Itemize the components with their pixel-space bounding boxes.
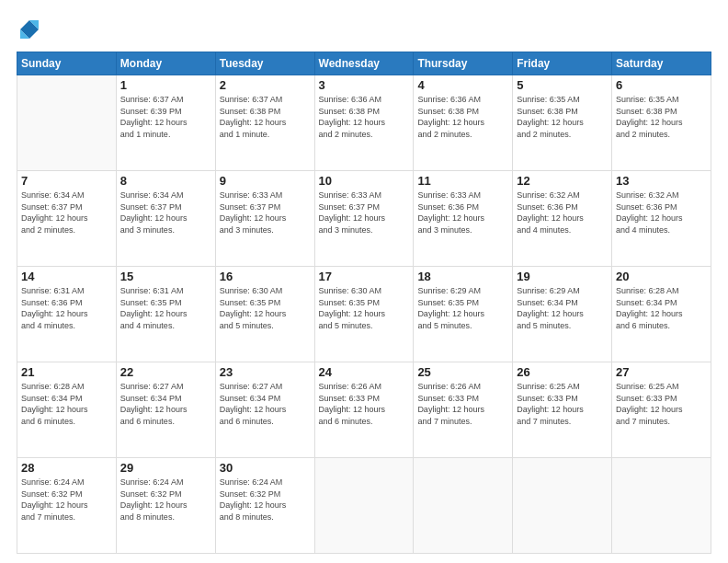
day-number: 28	[21, 461, 112, 475]
calendar-cell: 7Sunrise: 6:34 AM Sunset: 6:37 PM Daylig…	[17, 171, 117, 267]
calendar-cell: 18Sunrise: 6:29 AM Sunset: 6:35 PM Dayli…	[414, 267, 513, 362]
day-number: 23	[220, 365, 311, 379]
day-info: Sunrise: 6:26 AM Sunset: 6:33 PM Dayligh…	[319, 381, 410, 427]
day-info: Sunrise: 6:36 AM Sunset: 6:38 PM Dayligh…	[417, 94, 508, 140]
calendar-cell: 11Sunrise: 6:33 AM Sunset: 6:36 PM Dayli…	[414, 171, 513, 267]
calendar-week-row: 21Sunrise: 6:28 AM Sunset: 6:34 PM Dayli…	[17, 362, 711, 458]
day-number: 18	[417, 270, 508, 283]
day-number: 6	[616, 78, 707, 92]
day-info: Sunrise: 6:33 AM Sunset: 6:36 PM Dayligh…	[417, 190, 508, 236]
calendar-cell	[17, 75, 117, 171]
day-info: Sunrise: 6:27 AM Sunset: 6:34 PM Dayligh…	[120, 381, 211, 427]
calendar-cell: 12Sunrise: 6:32 AM Sunset: 6:36 PM Dayli…	[513, 171, 612, 267]
calendar-cell: 23Sunrise: 6:27 AM Sunset: 6:34 PM Dayli…	[215, 362, 314, 458]
day-number: 29	[120, 461, 211, 475]
day-number: 27	[616, 365, 707, 379]
col-header-saturday: Saturday	[612, 52, 711, 75]
day-number: 10	[319, 174, 410, 188]
calendar-cell: 26Sunrise: 6:25 AM Sunset: 6:33 PM Dayli…	[513, 362, 612, 458]
day-info: Sunrise: 6:33 AM Sunset: 6:37 PM Dayligh…	[220, 190, 311, 236]
day-number: 24	[319, 365, 410, 379]
day-number: 14	[21, 270, 112, 283]
col-header-wednesday: Wednesday	[314, 52, 414, 75]
calendar-week-row: 14Sunrise: 6:31 AM Sunset: 6:36 PM Dayli…	[17, 267, 711, 362]
calendar-cell: 3Sunrise: 6:36 AM Sunset: 6:38 PM Daylig…	[314, 75, 414, 171]
day-number: 22	[120, 365, 211, 379]
calendar-cell: 21Sunrise: 6:28 AM Sunset: 6:34 PM Dayli…	[17, 362, 117, 458]
day-number: 16	[220, 270, 311, 283]
day-number: 9	[220, 174, 311, 188]
day-number: 5	[517, 78, 608, 92]
day-number: 12	[517, 174, 608, 188]
calendar-cell: 9Sunrise: 6:33 AM Sunset: 6:37 PM Daylig…	[215, 171, 314, 267]
calendar-cell: 8Sunrise: 6:34 AM Sunset: 6:37 PM Daylig…	[116, 171, 215, 267]
calendar-cell: 15Sunrise: 6:31 AM Sunset: 6:35 PM Dayli…	[116, 267, 215, 362]
day-info: Sunrise: 6:30 AM Sunset: 6:35 PM Dayligh…	[220, 285, 311, 331]
day-info: Sunrise: 6:25 AM Sunset: 6:33 PM Dayligh…	[616, 381, 707, 427]
day-info: Sunrise: 6:31 AM Sunset: 6:35 PM Dayligh…	[120, 285, 211, 331]
day-number: 1	[120, 78, 211, 92]
day-info: Sunrise: 6:25 AM Sunset: 6:33 PM Dayligh…	[517, 381, 608, 427]
day-info: Sunrise: 6:31 AM Sunset: 6:36 PM Dayligh…	[21, 285, 112, 331]
day-info: Sunrise: 6:30 AM Sunset: 6:35 PM Dayligh…	[319, 285, 410, 331]
day-number: 17	[319, 270, 410, 283]
calendar-cell: 16Sunrise: 6:30 AM Sunset: 6:35 PM Dayli…	[215, 267, 314, 362]
calendar-cell: 10Sunrise: 6:33 AM Sunset: 6:37 PM Dayli…	[314, 171, 414, 267]
day-number: 25	[417, 365, 508, 379]
calendar-cell: 24Sunrise: 6:26 AM Sunset: 6:33 PM Dayli…	[314, 362, 414, 458]
day-info: Sunrise: 6:32 AM Sunset: 6:36 PM Dayligh…	[517, 190, 608, 236]
calendar-table: SundayMondayTuesdayWednesdayThursdayFrid…	[17, 52, 711, 554]
calendar-cell	[612, 458, 711, 554]
calendar-header-row: SundayMondayTuesdayWednesdayThursdayFrid…	[17, 52, 711, 75]
col-header-tuesday: Tuesday	[215, 52, 314, 75]
day-number: 20	[616, 270, 707, 283]
day-info: Sunrise: 6:34 AM Sunset: 6:37 PM Dayligh…	[120, 190, 211, 236]
calendar-cell: 22Sunrise: 6:27 AM Sunset: 6:34 PM Dayli…	[116, 362, 215, 458]
calendar-cell: 1Sunrise: 6:37 AM Sunset: 6:39 PM Daylig…	[116, 75, 215, 171]
calendar-cell: 6Sunrise: 6:35 AM Sunset: 6:38 PM Daylig…	[612, 75, 711, 171]
day-info: Sunrise: 6:35 AM Sunset: 6:38 PM Dayligh…	[616, 94, 707, 140]
calendar-cell	[314, 458, 414, 554]
calendar-cell: 17Sunrise: 6:30 AM Sunset: 6:35 PM Dayli…	[314, 267, 414, 362]
day-info: Sunrise: 6:27 AM Sunset: 6:34 PM Dayligh…	[220, 381, 311, 427]
calendar-cell	[513, 458, 612, 554]
calendar-cell: 28Sunrise: 6:24 AM Sunset: 6:32 PM Dayli…	[17, 458, 117, 554]
calendar-week-row: 1Sunrise: 6:37 AM Sunset: 6:39 PM Daylig…	[17, 75, 711, 171]
day-number: 7	[21, 174, 112, 188]
logo-icon	[17, 17, 42, 42]
day-info: Sunrise: 6:24 AM Sunset: 6:32 PM Dayligh…	[220, 477, 311, 523]
day-info: Sunrise: 6:34 AM Sunset: 6:37 PM Dayligh…	[21, 190, 112, 236]
calendar-cell: 20Sunrise: 6:28 AM Sunset: 6:34 PM Dayli…	[612, 267, 711, 362]
day-info: Sunrise: 6:37 AM Sunset: 6:38 PM Dayligh…	[220, 94, 311, 140]
calendar-cell: 30Sunrise: 6:24 AM Sunset: 6:32 PM Dayli…	[215, 458, 314, 554]
col-header-thursday: Thursday	[414, 52, 513, 75]
day-info: Sunrise: 6:24 AM Sunset: 6:32 PM Dayligh…	[21, 477, 112, 523]
col-header-monday: Monday	[116, 52, 215, 75]
day-info: Sunrise: 6:35 AM Sunset: 6:38 PM Dayligh…	[517, 94, 608, 140]
logo	[17, 17, 46, 42]
calendar-cell: 5Sunrise: 6:35 AM Sunset: 6:38 PM Daylig…	[513, 75, 612, 171]
day-info: Sunrise: 6:37 AM Sunset: 6:39 PM Dayligh…	[120, 94, 211, 140]
day-info: Sunrise: 6:29 AM Sunset: 6:35 PM Dayligh…	[417, 285, 508, 331]
header	[17, 17, 711, 42]
calendar-cell: 4Sunrise: 6:36 AM Sunset: 6:38 PM Daylig…	[414, 75, 513, 171]
calendar-cell: 13Sunrise: 6:32 AM Sunset: 6:36 PM Dayli…	[612, 171, 711, 267]
day-number: 21	[21, 365, 112, 379]
day-info: Sunrise: 6:32 AM Sunset: 6:36 PM Dayligh…	[616, 190, 707, 236]
day-info: Sunrise: 6:26 AM Sunset: 6:33 PM Dayligh…	[417, 381, 508, 427]
calendar-week-row: 28Sunrise: 6:24 AM Sunset: 6:32 PM Dayli…	[17, 458, 711, 554]
calendar-cell	[414, 458, 513, 554]
calendar-cell: 29Sunrise: 6:24 AM Sunset: 6:32 PM Dayli…	[116, 458, 215, 554]
calendar-cell: 2Sunrise: 6:37 AM Sunset: 6:38 PM Daylig…	[215, 75, 314, 171]
calendar-week-row: 7Sunrise: 6:34 AM Sunset: 6:37 PM Daylig…	[17, 171, 711, 267]
day-info: Sunrise: 6:28 AM Sunset: 6:34 PM Dayligh…	[616, 285, 707, 331]
day-number: 15	[120, 270, 211, 283]
day-info: Sunrise: 6:24 AM Sunset: 6:32 PM Dayligh…	[120, 477, 211, 523]
day-number: 30	[220, 461, 311, 475]
day-info: Sunrise: 6:29 AM Sunset: 6:34 PM Dayligh…	[517, 285, 608, 331]
day-info: Sunrise: 6:33 AM Sunset: 6:37 PM Dayligh…	[319, 190, 410, 236]
day-number: 19	[517, 270, 608, 283]
col-header-sunday: Sunday	[17, 52, 117, 75]
calendar-cell: 19Sunrise: 6:29 AM Sunset: 6:34 PM Dayli…	[513, 267, 612, 362]
day-number: 13	[616, 174, 707, 188]
